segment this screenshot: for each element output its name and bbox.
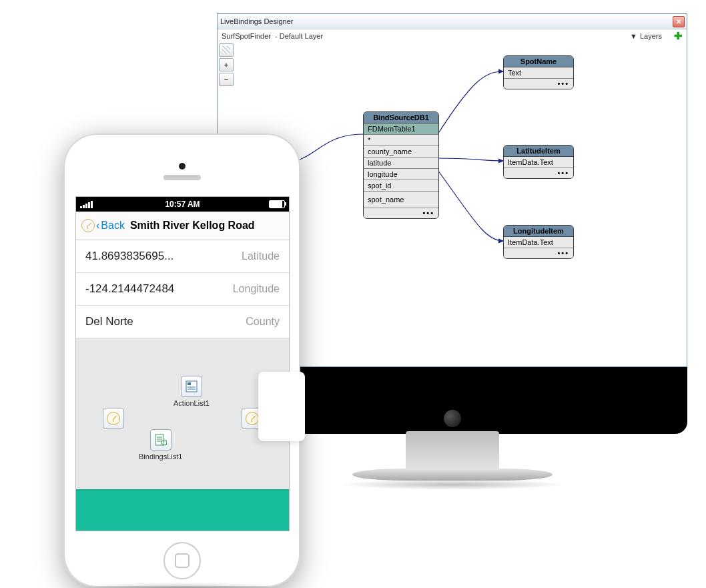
node-bindsourcedb1[interactable]: BindSourceDB1 FDMemTable1 * county_name … <box>363 111 439 219</box>
add-icon[interactable]: ✚ <box>674 30 683 42</box>
node-menu-icon[interactable]: ••• <box>504 168 573 178</box>
list-item-latitude[interactable]: 41.8693835695... Latitude <box>76 240 289 273</box>
component-bindingslist[interactable]: BindingsList1 <box>139 429 182 461</box>
component-actionlist[interactable]: ActionList1 <box>173 376 210 407</box>
nav-bar: ‹ Back Smith River Kellog Road <box>76 212 289 240</box>
node-field[interactable]: longitude <box>364 169 438 180</box>
designer-titlebar[interactable]: LiveBindings Designer ✕ <box>218 14 687 29</box>
node-field[interactable]: latitude <box>364 158 438 169</box>
designer-subtitle-bar: SurfSpotFinder - Default Layer ▼ Layers … <box>218 29 687 43</box>
node-header: LatitudeItem <box>504 145 573 157</box>
form-design-area[interactable]: ActionList1 BindingsList1 <box>76 341 289 485</box>
node-field[interactable]: spot_id <box>364 180 438 192</box>
node-header: SpotName <box>504 56 573 67</box>
iphone-shadow <box>75 582 288 588</box>
home-button[interactable] <box>163 542 201 579</box>
node-field[interactable]: county_name <box>364 146 438 158</box>
canvas-toolbar: + − <box>219 43 234 86</box>
list-label: County <box>246 316 280 328</box>
page-title: Smith River Kellog Road <box>130 220 255 232</box>
list-item-longitude[interactable]: -124.2144472484 Longitude <box>76 273 289 306</box>
monitor-shadow <box>339 479 566 490</box>
node-menu-icon[interactable]: ••• <box>504 79 573 89</box>
layer-name: - Default Layer <box>275 32 323 40</box>
list-label: Latitude <box>242 250 280 262</box>
clock-icon <box>246 412 259 425</box>
signal-icon <box>80 201 93 208</box>
actionlist-icon <box>181 376 202 397</box>
node-field[interactable]: * <box>364 135 438 146</box>
layers-dropdown[interactable]: ▼ Layers <box>630 32 662 40</box>
floating-panel[interactable] <box>258 372 305 441</box>
zoom-out-button[interactable]: − <box>219 73 234 86</box>
back-button[interactable]: ‹ Back <box>96 220 125 232</box>
bindingslist-icon <box>150 429 171 451</box>
zoom-in-button[interactable]: + <box>219 58 234 71</box>
list-value: Del Norte <box>85 315 133 328</box>
component-label: ActionList1 <box>173 399 210 407</box>
list-label: Longitude <box>233 283 280 295</box>
monitor-stand <box>406 431 499 473</box>
grid-toggle-button[interactable] <box>219 43 234 57</box>
clock-icon <box>81 219 95 232</box>
component-label: BindingsList1 <box>139 453 182 461</box>
camera-icon <box>179 163 186 170</box>
speaker-icon <box>163 175 201 180</box>
node-field-primary[interactable]: FDMemTable1 <box>364 123 438 135</box>
close-icon[interactable]: ✕ <box>673 16 685 27</box>
iphone-screen: 10:57 AM ‹ Back Smith River Kellog Road … <box>75 196 290 531</box>
battery-icon <box>269 200 285 208</box>
node-field[interactable]: Text <box>504 67 573 79</box>
designer-title: LiveBindings Designer <box>220 17 293 25</box>
list-item-county[interactable]: Del Norte County <box>76 306 289 338</box>
node-field[interactable]: spot_name <box>364 192 438 208</box>
svg-rect-2 <box>155 434 163 445</box>
status-clock: 10:57 AM <box>165 200 200 209</box>
node-header: LongitudeItem <box>504 226 573 237</box>
project-name: SurfSpotFinder <box>222 32 271 40</box>
grid-icon <box>222 46 230 54</box>
bottom-bar[interactable] <box>76 489 289 531</box>
clock-icon <box>107 412 120 425</box>
list-value: -124.2144472484 <box>85 282 174 296</box>
chevron-down-icon: ▼ <box>630 32 637 40</box>
node-field[interactable]: ItemData.Text <box>504 237 573 248</box>
status-bar: 10:57 AM <box>76 197 289 212</box>
node-latitudeitem[interactable]: LatitudeItem ItemData.Text ••• <box>503 145 574 179</box>
node-longitudeitem[interactable]: LongitudeItem ItemData.Text ••• <box>503 225 574 259</box>
node-menu-icon[interactable]: ••• <box>504 248 573 258</box>
back-label: Back <box>101 220 125 232</box>
component-timer-left[interactable] <box>103 408 124 429</box>
detail-list: 41.8693835695... Latitude -124.214447248… <box>76 240 289 338</box>
node-field[interactable]: ItemData.Text <box>504 157 573 168</box>
iphone-sensors <box>163 163 201 180</box>
monitor-logo <box>444 410 461 427</box>
node-spotname[interactable]: SpotName Text ••• <box>503 55 574 89</box>
chevron-left-icon: ‹ <box>96 220 99 232</box>
node-menu-icon[interactable]: ••• <box>364 208 438 218</box>
layers-label: Layers <box>640 32 662 40</box>
node-header: BindSourceDB1 <box>364 112 438 123</box>
iphone-frame: 10:57 AM ‹ Back Smith River Kellog Road … <box>63 133 300 587</box>
svg-rect-1 <box>188 382 191 385</box>
list-value: 41.8693835695... <box>85 250 173 263</box>
